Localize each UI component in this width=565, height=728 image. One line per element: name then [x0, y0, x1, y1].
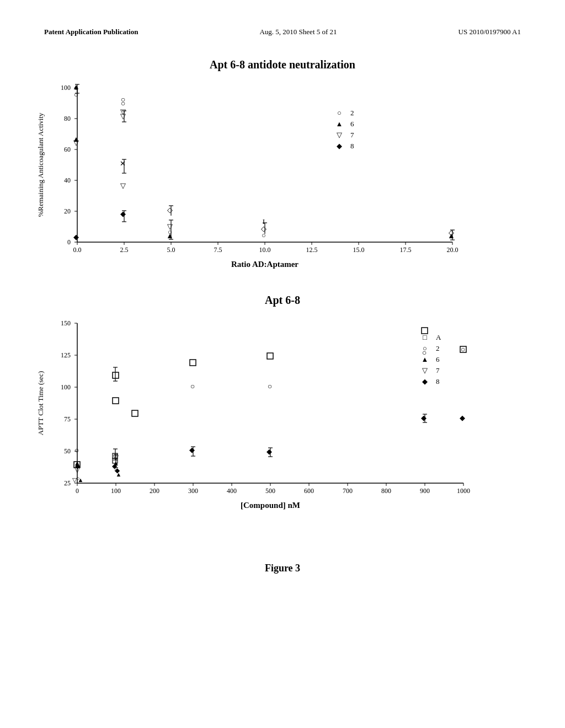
- svg-text:1000: 1000: [457, 487, 470, 495]
- chart1-section: 0 20 40 60 80 100 0.0 2.5 5.0: [33, 77, 532, 277]
- svg-text:◇: ◇: [167, 206, 173, 214]
- svg-text:700: 700: [343, 487, 353, 495]
- svg-rect-140: [132, 410, 138, 416]
- svg-rect-142: [267, 353, 273, 359]
- svg-text:200: 200: [150, 487, 159, 495]
- svg-text:APTT Clot Time (sec): APTT Clot Time (sec): [36, 371, 45, 435]
- svg-text:10.0: 10.0: [259, 246, 271, 254]
- svg-text:◆: ◆: [75, 462, 81, 470]
- svg-text:▽: ▽: [422, 366, 428, 374]
- svg-text:▽: ▽: [73, 138, 79, 147]
- svg-text:12.5: 12.5: [306, 246, 318, 254]
- svg-text:0: 0: [67, 238, 71, 246]
- svg-text:▽: ▽: [337, 131, 342, 139]
- svg-text:5.0: 5.0: [167, 246, 175, 254]
- svg-text:▲: ▲: [447, 232, 455, 240]
- svg-text:✕: ✕: [120, 159, 126, 168]
- svg-text:6: 6: [350, 120, 354, 128]
- svg-text:[Compound] nM: [Compound] nM: [241, 501, 300, 510]
- svg-text:6: 6: [436, 355, 440, 363]
- chart1-title: Apt 6-8 antidote neutralization: [210, 58, 355, 71]
- svg-text:40: 40: [64, 176, 71, 184]
- svg-text:A: A: [436, 333, 441, 341]
- svg-text:◆: ◆: [421, 414, 427, 422]
- svg-text:▽: ▽: [120, 108, 126, 116]
- svg-text:○: ○: [74, 446, 79, 454]
- svg-text:80: 80: [64, 115, 71, 122]
- svg-text:2.5: 2.5: [120, 246, 129, 254]
- svg-text:150: 150: [61, 319, 71, 327]
- chart1-svg: 0 20 40 60 80 100 0.0 2.5 5.0: [33, 77, 508, 275]
- svg-text:15.0: 15.0: [353, 246, 365, 254]
- svg-text:▲: ▲: [78, 477, 84, 483]
- svg-text:900: 900: [420, 487, 430, 495]
- svg-text:○: ○: [337, 109, 342, 117]
- publication-label: Patent Application Publication: [44, 28, 138, 36]
- svg-text:0.0: 0.0: [73, 246, 82, 254]
- svg-text:400: 400: [227, 487, 237, 495]
- svg-text:20.0: 20.0: [447, 246, 459, 254]
- charts-container: Apt 6-8 antidote neutralization 0 20 40 …: [0, 47, 565, 552]
- chart2-section: 25 50 75 100 125 150 0: [33, 312, 532, 524]
- svg-text:○: ○: [461, 345, 465, 354]
- svg-text:Ratio AD:Aptamer: Ratio AD:Aptamer: [231, 260, 299, 269]
- svg-text:◆: ◆: [460, 414, 465, 422]
- svg-text:□: □: [423, 333, 427, 341]
- svg-text:50: 50: [64, 447, 71, 455]
- svg-text:0: 0: [76, 487, 79, 495]
- svg-text:◆: ◆: [422, 377, 428, 386]
- svg-text:600: 600: [304, 487, 314, 495]
- svg-text:75: 75: [64, 415, 71, 423]
- svg-text:◆: ◆: [73, 233, 79, 241]
- svg-text:25: 25: [64, 479, 71, 487]
- svg-text:100: 100: [61, 84, 71, 92]
- svg-text:800: 800: [381, 487, 391, 495]
- chart2-title: Apt 6-8: [265, 294, 300, 307]
- svg-text:300: 300: [188, 487, 198, 495]
- svg-rect-141: [190, 360, 196, 366]
- svg-text:17.5: 17.5: [400, 246, 412, 254]
- svg-text:%Remaining Anticoagulant Activ: %Remaining Anticoagulant Activity: [36, 113, 45, 217]
- figure-label: Figure 3: [0, 563, 565, 574]
- svg-text:○: ○: [168, 228, 172, 236]
- svg-text:I: I: [263, 217, 265, 226]
- svg-text:8: 8: [436, 377, 440, 386]
- svg-text:○: ○: [121, 95, 125, 104]
- svg-text:▲: ▲: [116, 471, 122, 478]
- patent-number: US 2010/0197900 A1: [459, 28, 521, 36]
- svg-text:7: 7: [350, 131, 354, 139]
- svg-text:○: ○: [262, 231, 266, 239]
- svg-text:8: 8: [350, 142, 354, 150]
- svg-text:7.5: 7.5: [214, 246, 222, 254]
- svg-text:2: 2: [350, 109, 354, 117]
- svg-rect-139: [113, 398, 119, 404]
- date-sheet: Aug. 5, 2010 Sheet 5 of 21: [259, 28, 337, 36]
- svg-text:60: 60: [64, 146, 71, 153]
- page: Patent Application Publication Aug. 5, 2…: [0, 0, 565, 728]
- svg-text:▲: ▲: [72, 83, 80, 91]
- page-header: Patent Application Publication Aug. 5, 2…: [0, 0, 565, 47]
- svg-text:500: 500: [265, 487, 275, 495]
- svg-text:○: ○: [422, 349, 427, 357]
- svg-text:▽: ▽: [120, 181, 126, 190]
- svg-text:◆: ◆: [337, 142, 342, 150]
- svg-text:20: 20: [64, 207, 71, 215]
- svg-text:○: ○: [190, 382, 195, 390]
- svg-text:▽: ▽: [72, 477, 77, 483]
- svg-text:○: ○: [74, 90, 78, 99]
- svg-text:125: 125: [61, 351, 71, 359]
- chart2-svg: 25 50 75 100 125 150 0: [33, 312, 508, 522]
- svg-text:100: 100: [111, 487, 121, 495]
- svg-text:7: 7: [436, 366, 440, 374]
- svg-text:○: ○: [268, 382, 272, 390]
- svg-text:◆: ◆: [266, 447, 272, 456]
- svg-text:2: 2: [436, 344, 440, 352]
- svg-text:100: 100: [61, 383, 71, 391]
- svg-text:▲: ▲: [336, 120, 343, 128]
